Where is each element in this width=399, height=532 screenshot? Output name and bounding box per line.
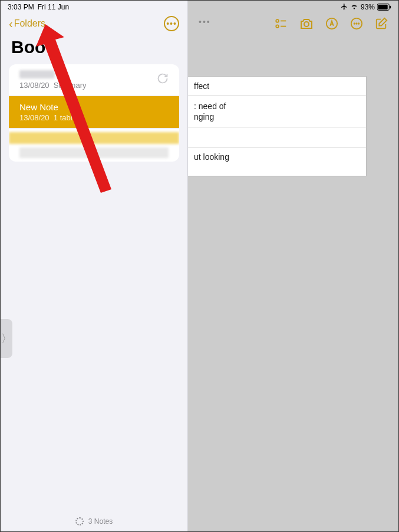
back-button[interactable]: ‹ Folders [9,17,45,31]
wifi-icon [350,3,358,11]
more-button-main[interactable] [350,17,363,32]
drag-handle-icon[interactable]: ••• [199,17,211,27]
sidebar: ‹ Folders ••• Boo 13/08/20 Summary New N… [1,1,188,531]
note-meta: 13/08/20 Summary [19,81,169,90]
table-row[interactable]: ffect [188,77,366,96]
battery-pct: 93% [361,3,375,11]
table-row[interactable]: ut looking [188,147,366,176]
ellipsis-icon: ••• [166,19,177,28]
svg-point-7 [304,22,309,27]
status-left: 3:03 PM Fri 11 Jun [8,3,69,11]
note-content-table[interactable]: ffect : need ofnging ut looking [188,76,367,176]
notes-count: 3 Notes [88,517,113,526]
checklist-button[interactable] [275,17,288,32]
main-area: ••• ffect : need ofnging ut looking [188,1,398,531]
compose-button[interactable] [375,17,388,32]
battery-icon [377,4,391,11]
note-item-blurred[interactable] [19,147,169,158]
note-item-selected[interactable]: New Note 13/08/20 1 tabl [9,96,179,129]
sync-icon [157,73,169,87]
svg-point-10 [354,23,355,24]
svg-rect-1 [378,5,387,9]
svg-point-3 [276,19,279,22]
note-title: New Note [19,102,169,112]
more-button[interactable]: ••• [164,16,179,31]
spinner-icon [75,517,84,526]
folder-title: Boo [1,31,187,64]
svg-rect-2 [390,6,391,9]
table-row[interactable] [188,127,366,147]
status-bar: 3:03 PM Fri 11 Jun 93% [1,1,398,14]
svg-point-12 [358,23,359,24]
svg-point-11 [356,23,357,24]
notes-card: 13/08/20 Summary New Note 13/08/20 1 tab… [9,64,179,162]
status-time: 3:03 PM [8,3,34,11]
status-date: Fri 11 Jun [38,3,69,11]
back-label: Folders [14,18,45,29]
note-title-blurred [19,70,55,78]
chevron-right-icon: 〉 [1,331,12,346]
chevron-left-icon: ‹ [9,17,13,31]
note-meta: 13/08/20 1 tabl [19,113,169,122]
status-right: 93% [341,3,391,12]
camera-button[interactable] [299,17,314,32]
markup-button[interactable] [325,17,338,32]
table-row[interactable]: : need ofnging [188,96,366,127]
svg-point-5 [276,25,279,28]
sidebar-footer: 3 Notes [1,511,187,531]
note-item[interactable]: 13/08/20 Summary [9,64,179,96]
note-item-blurred[interactable] [9,132,179,144]
airplane-icon [341,3,348,12]
slide-handle[interactable]: 〉 [1,319,12,358]
